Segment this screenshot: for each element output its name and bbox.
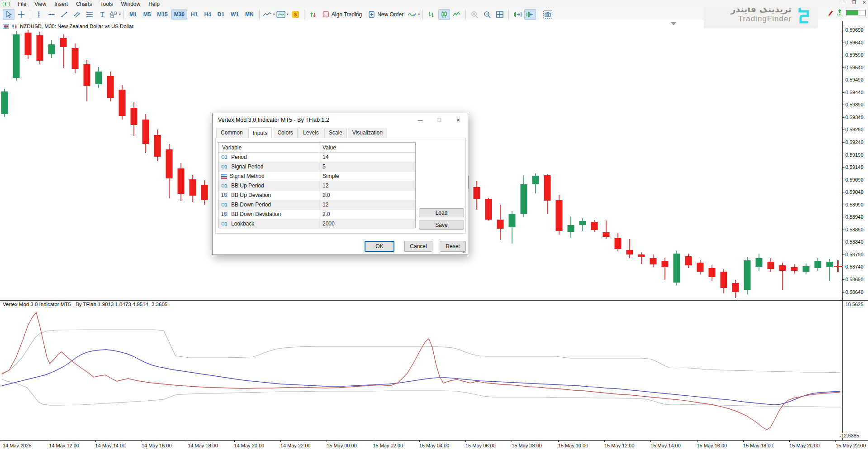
text-tool-button[interactable]: T: [96, 9, 108, 20]
quick-indicator-button[interactable]: ▾: [407, 9, 420, 20]
param-value[interactable]: 2.0: [319, 211, 415, 217]
shapes-tool-button[interactable]: ▾: [109, 9, 121, 20]
price-label: 0.59140: [845, 164, 863, 170]
screenshot-button[interactable]: [542, 9, 554, 20]
chart-shift-button[interactable]: [512, 9, 523, 20]
time-label: 15 May 02:00: [373, 443, 403, 448]
timeframe-button-m5[interactable]: M5: [141, 10, 154, 19]
param-row-signal-period[interactable]: O1Signal Period5: [218, 162, 415, 172]
menu-item-view[interactable]: View: [30, 0, 50, 8]
dialog-tab-colors[interactable]: Colors: [273, 128, 298, 138]
auto-scroll-button[interactable]: [524, 9, 536, 20]
trendline-tool-button[interactable]: [58, 9, 70, 20]
param-row-lookback[interactable]: O1Lookback2000: [218, 219, 415, 229]
dialog-tab-scale[interactable]: Scale: [324, 128, 347, 138]
param-row-signal-method[interactable]: Signal MethodSimple: [218, 172, 415, 181]
timeframe-button-m1[interactable]: M1: [127, 10, 140, 19]
dialog-tab-common[interactable]: Common: [216, 128, 247, 138]
menu-item-charts[interactable]: Charts: [72, 0, 96, 8]
zoom-in-icon: [470, 10, 479, 19]
price-tick: [842, 155, 844, 155]
svg-text:T: T: [100, 11, 104, 18]
time-label: 14 May 20:00: [234, 443, 265, 448]
param-value[interactable]: 14: [319, 154, 415, 160]
zoom-out-button[interactable]: [481, 9, 493, 20]
menu-item-tools[interactable]: Tools: [96, 0, 117, 8]
price-tick: [842, 67, 844, 68]
dialog-minimize-button[interactable]: —: [411, 113, 430, 127]
fibonacci-tool-button[interactable]: [84, 9, 95, 20]
double-type-icon: 1/2: [221, 212, 228, 217]
vertical-line-tool-button[interactable]: [33, 9, 45, 20]
chevron-down-icon: ▾: [273, 12, 275, 16]
chevron-down-icon: ▾: [287, 12, 289, 16]
dialog-tab-inputs[interactable]: Inputs: [248, 127, 272, 138]
scroll-position-marker[interactable]: [671, 22, 676, 25]
window-maximize-button[interactable]: ❐: [852, 0, 856, 5]
crosshair-icon: [17, 10, 25, 19]
price-label: 0.58990: [845, 202, 863, 207]
indicator-window-button[interactable]: ▾: [276, 9, 289, 20]
save-button[interactable]: Save: [419, 221, 464, 230]
timeframe-button-m15[interactable]: M15: [154, 10, 170, 19]
param-row-bb-down-devidation[interactable]: 1/2BB Down Devidation2.0: [218, 210, 415, 219]
menu-item-file[interactable]: File: [14, 0, 30, 8]
menu-item-help[interactable]: Help: [144, 0, 164, 8]
window-close-button[interactable]: ✕: [863, 0, 866, 5]
cursor-tool-button[interactable]: [3, 9, 14, 20]
timeframe-button-d1[interactable]: D1: [215, 10, 227, 19]
param-row-period[interactable]: O1Period14: [218, 153, 415, 162]
tile-windows-button[interactable]: [494, 9, 506, 20]
param-value[interactable]: Simple: [319, 173, 415, 179]
current-price-marker: [837, 260, 839, 272]
timeframe-button-m30[interactable]: M30: [171, 10, 187, 19]
algo-trading-button[interactable]: Algo Trading: [320, 9, 365, 20]
timeframe-button-mn[interactable]: MN: [242, 10, 256, 19]
channel-tool-button[interactable]: [71, 9, 83, 20]
price-tick: [842, 230, 844, 230]
menu-item-window[interactable]: Window: [117, 0, 145, 8]
dialog-title-bar[interactable]: Vertex Mod 3.0 Indicator MT5 - By TFlab …: [213, 113, 468, 127]
price-tick: [842, 117, 844, 118]
param-value[interactable]: 12: [319, 182, 415, 189]
indicator-panel-separator[interactable]: [0, 300, 868, 301]
crosshair-tool-button[interactable]: [15, 9, 27, 20]
menu-item-insert[interactable]: Insert: [50, 0, 72, 8]
dialog-tab-levels[interactable]: Levels: [299, 128, 323, 138]
line-chart-type-button[interactable]: [451, 9, 463, 20]
param-row-bb-up-period[interactable]: O1BB Up Period12: [218, 181, 415, 191]
new-order-button[interactable]: New Order: [365, 9, 406, 20]
param-row-bb-down-period[interactable]: O1BB Down Period12: [218, 200, 415, 210]
horizontal-line-tool-button[interactable]: [46, 9, 57, 20]
window-minimize-button[interactable]: —: [841, 0, 846, 5]
ok-button[interactable]: OK: [365, 241, 394, 252]
param-row-bb-up-deviation[interactable]: 1/2BB Up Deviation2.0: [218, 191, 415, 200]
resize-grip[interactable]: [462, 249, 467, 254]
price-label: 0.59290: [845, 127, 863, 132]
time-tick: [465, 440, 466, 442]
param-value[interactable]: 12: [319, 202, 415, 208]
bars-chart-icon: [427, 10, 436, 19]
timeframe-button-h1[interactable]: H1: [188, 10, 200, 19]
price-label: 0.58890: [845, 227, 863, 232]
dialog-close-button[interactable]: ✕: [449, 113, 468, 127]
bar-chart-type-button[interactable]: [426, 9, 437, 20]
time-label: 15 May 14:00: [650, 443, 681, 448]
cancel-button[interactable]: Cancel: [404, 241, 432, 252]
param-name: O1Signal Period: [218, 163, 319, 170]
column-divider[interactable]: [319, 143, 319, 228]
param-value[interactable]: 5: [319, 163, 415, 170]
chevron-down-icon: ▾: [119, 12, 121, 16]
timeframe-button-h4[interactable]: H4: [201, 10, 213, 19]
currency-button[interactable]: $: [289, 9, 301, 20]
timeframe-button-w1[interactable]: W1: [228, 10, 242, 19]
candlestick-chart-type-button[interactable]: [438, 9, 450, 20]
load-button[interactable]: Load: [419, 208, 464, 217]
dialog-tab-visualization[interactable]: Visualization: [348, 128, 387, 138]
depth-of-market-button[interactable]: [307, 9, 319, 20]
zoom-in-button[interactable]: [469, 9, 480, 20]
param-value[interactable]: 2.0: [319, 192, 415, 198]
algo-trading-icon: [323, 11, 329, 18]
chart-profile-button[interactable]: ▾: [262, 9, 275, 20]
param-value[interactable]: 2000: [319, 221, 415, 227]
